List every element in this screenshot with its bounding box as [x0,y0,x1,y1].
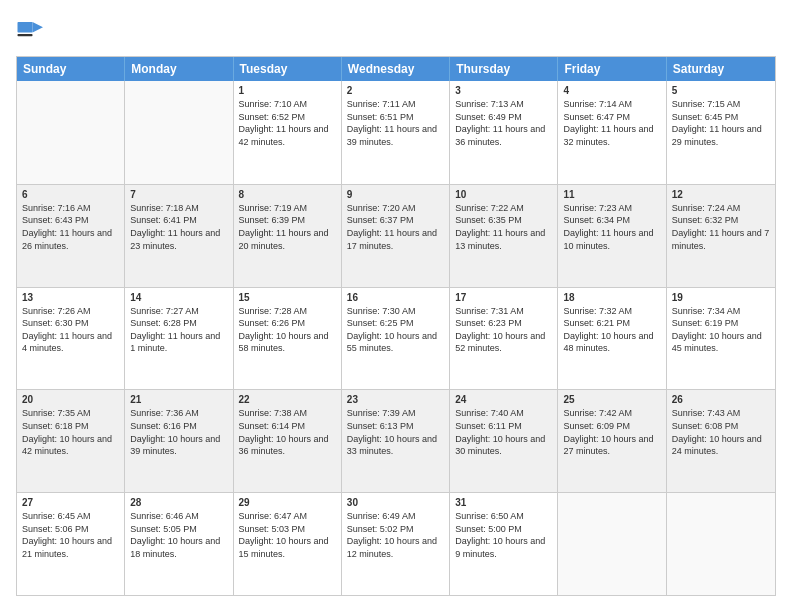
day-cell-8: 8Sunrise: 7:19 AM Sunset: 6:39 PM Daylig… [234,185,342,287]
day-cell-15: 15Sunrise: 7:28 AM Sunset: 6:26 PM Dayli… [234,288,342,390]
day-cell-2: 2Sunrise: 7:11 AM Sunset: 6:51 PM Daylig… [342,81,450,184]
cell-info: Sunrise: 7:13 AM Sunset: 6:49 PM Dayligh… [455,98,552,148]
day-number: 12 [672,189,770,200]
cell-info: Sunrise: 7:43 AM Sunset: 6:08 PM Dayligh… [672,407,770,457]
day-number: 25 [563,394,660,405]
cell-info: Sunrise: 6:49 AM Sunset: 5:02 PM Dayligh… [347,510,444,560]
weekday-header-sunday: Sunday [17,57,125,81]
day-number: 20 [22,394,119,405]
cell-info: Sunrise: 7:28 AM Sunset: 6:26 PM Dayligh… [239,305,336,355]
day-cell-24: 24Sunrise: 7:40 AM Sunset: 6:11 PM Dayli… [450,390,558,492]
empty-cell [17,81,125,184]
cell-info: Sunrise: 7:32 AM Sunset: 6:21 PM Dayligh… [563,305,660,355]
day-number: 10 [455,189,552,200]
calendar: SundayMondayTuesdayWednesdayThursdayFrid… [16,56,776,596]
calendar-header: SundayMondayTuesdayWednesdayThursdayFrid… [17,57,775,81]
day-number: 27 [22,497,119,508]
day-number: 29 [239,497,336,508]
day-cell-23: 23Sunrise: 7:39 AM Sunset: 6:13 PM Dayli… [342,390,450,492]
day-cell-14: 14Sunrise: 7:27 AM Sunset: 6:28 PM Dayli… [125,288,233,390]
day-cell-16: 16Sunrise: 7:30 AM Sunset: 6:25 PM Dayli… [342,288,450,390]
cell-info: Sunrise: 7:20 AM Sunset: 6:37 PM Dayligh… [347,202,444,252]
cell-info: Sunrise: 7:31 AM Sunset: 6:23 PM Dayligh… [455,305,552,355]
day-cell-30: 30Sunrise: 6:49 AM Sunset: 5:02 PM Dayli… [342,493,450,595]
empty-cell [125,81,233,184]
cell-info: Sunrise: 6:46 AM Sunset: 5:05 PM Dayligh… [130,510,227,560]
weekday-header-saturday: Saturday [667,57,775,81]
day-cell-7: 7Sunrise: 7:18 AM Sunset: 6:41 PM Daylig… [125,185,233,287]
header [16,16,776,46]
day-number: 30 [347,497,444,508]
day-number: 31 [455,497,552,508]
day-number: 15 [239,292,336,303]
day-number: 7 [130,189,227,200]
day-number: 11 [563,189,660,200]
day-number: 19 [672,292,770,303]
day-cell-3: 3Sunrise: 7:13 AM Sunset: 6:49 PM Daylig… [450,81,558,184]
day-number: 8 [239,189,336,200]
day-number: 17 [455,292,552,303]
cell-info: Sunrise: 6:45 AM Sunset: 5:06 PM Dayligh… [22,510,119,560]
cell-info: Sunrise: 7:14 AM Sunset: 6:47 PM Dayligh… [563,98,660,148]
weekday-header-thursday: Thursday [450,57,558,81]
cell-info: Sunrise: 7:19 AM Sunset: 6:39 PM Dayligh… [239,202,336,252]
calendar-row-2: 6Sunrise: 7:16 AM Sunset: 6:43 PM Daylig… [17,184,775,287]
day-number: 13 [22,292,119,303]
day-number: 3 [455,85,552,96]
weekday-header-tuesday: Tuesday [234,57,342,81]
day-number: 24 [455,394,552,405]
day-cell-21: 21Sunrise: 7:36 AM Sunset: 6:16 PM Dayli… [125,390,233,492]
calendar-body: 1Sunrise: 7:10 AM Sunset: 6:52 PM Daylig… [17,81,775,595]
cell-info: Sunrise: 7:38 AM Sunset: 6:14 PM Dayligh… [239,407,336,457]
cell-info: Sunrise: 7:23 AM Sunset: 6:34 PM Dayligh… [563,202,660,252]
cell-info: Sunrise: 7:30 AM Sunset: 6:25 PM Dayligh… [347,305,444,355]
weekday-header-friday: Friday [558,57,666,81]
logo-icon [16,16,46,46]
day-cell-28: 28Sunrise: 6:46 AM Sunset: 5:05 PM Dayli… [125,493,233,595]
weekday-header-wednesday: Wednesday [342,57,450,81]
day-number: 22 [239,394,336,405]
day-cell-12: 12Sunrise: 7:24 AM Sunset: 6:32 PM Dayli… [667,185,775,287]
cell-info: Sunrise: 7:36 AM Sunset: 6:16 PM Dayligh… [130,407,227,457]
empty-cell [667,493,775,595]
logo [16,16,50,46]
day-cell-22: 22Sunrise: 7:38 AM Sunset: 6:14 PM Dayli… [234,390,342,492]
cell-info: Sunrise: 7:39 AM Sunset: 6:13 PM Dayligh… [347,407,444,457]
cell-info: Sunrise: 7:11 AM Sunset: 6:51 PM Dayligh… [347,98,444,148]
svg-marker-1 [33,22,44,33]
day-number: 28 [130,497,227,508]
day-cell-4: 4Sunrise: 7:14 AM Sunset: 6:47 PM Daylig… [558,81,666,184]
calendar-row-4: 20Sunrise: 7:35 AM Sunset: 6:18 PM Dayli… [17,389,775,492]
weekday-header-monday: Monday [125,57,233,81]
day-cell-19: 19Sunrise: 7:34 AM Sunset: 6:19 PM Dayli… [667,288,775,390]
cell-info: Sunrise: 7:35 AM Sunset: 6:18 PM Dayligh… [22,407,119,457]
day-cell-20: 20Sunrise: 7:35 AM Sunset: 6:18 PM Dayli… [17,390,125,492]
cell-info: Sunrise: 7:22 AM Sunset: 6:35 PM Dayligh… [455,202,552,252]
day-number: 2 [347,85,444,96]
day-cell-31: 31Sunrise: 6:50 AM Sunset: 5:00 PM Dayli… [450,493,558,595]
day-number: 23 [347,394,444,405]
day-cell-27: 27Sunrise: 6:45 AM Sunset: 5:06 PM Dayli… [17,493,125,595]
cell-info: Sunrise: 7:34 AM Sunset: 6:19 PM Dayligh… [672,305,770,355]
day-number: 18 [563,292,660,303]
cell-info: Sunrise: 7:42 AM Sunset: 6:09 PM Dayligh… [563,407,660,457]
day-number: 16 [347,292,444,303]
day-number: 4 [563,85,660,96]
day-number: 6 [22,189,119,200]
day-cell-10: 10Sunrise: 7:22 AM Sunset: 6:35 PM Dayli… [450,185,558,287]
day-cell-18: 18Sunrise: 7:32 AM Sunset: 6:21 PM Dayli… [558,288,666,390]
day-cell-29: 29Sunrise: 6:47 AM Sunset: 5:03 PM Dayli… [234,493,342,595]
day-number: 1 [239,85,336,96]
cell-info: Sunrise: 7:24 AM Sunset: 6:32 PM Dayligh… [672,202,770,252]
cell-info: Sunrise: 7:26 AM Sunset: 6:30 PM Dayligh… [22,305,119,355]
calendar-row-5: 27Sunrise: 6:45 AM Sunset: 5:06 PM Dayli… [17,492,775,595]
day-number: 26 [672,394,770,405]
day-number: 21 [130,394,227,405]
svg-rect-0 [18,22,33,33]
cell-info: Sunrise: 7:40 AM Sunset: 6:11 PM Dayligh… [455,407,552,457]
day-cell-26: 26Sunrise: 7:43 AM Sunset: 6:08 PM Dayli… [667,390,775,492]
cell-info: Sunrise: 7:15 AM Sunset: 6:45 PM Dayligh… [672,98,770,148]
day-cell-17: 17Sunrise: 7:31 AM Sunset: 6:23 PM Dayli… [450,288,558,390]
calendar-row-3: 13Sunrise: 7:26 AM Sunset: 6:30 PM Dayli… [17,287,775,390]
page: SundayMondayTuesdayWednesdayThursdayFrid… [0,0,792,612]
